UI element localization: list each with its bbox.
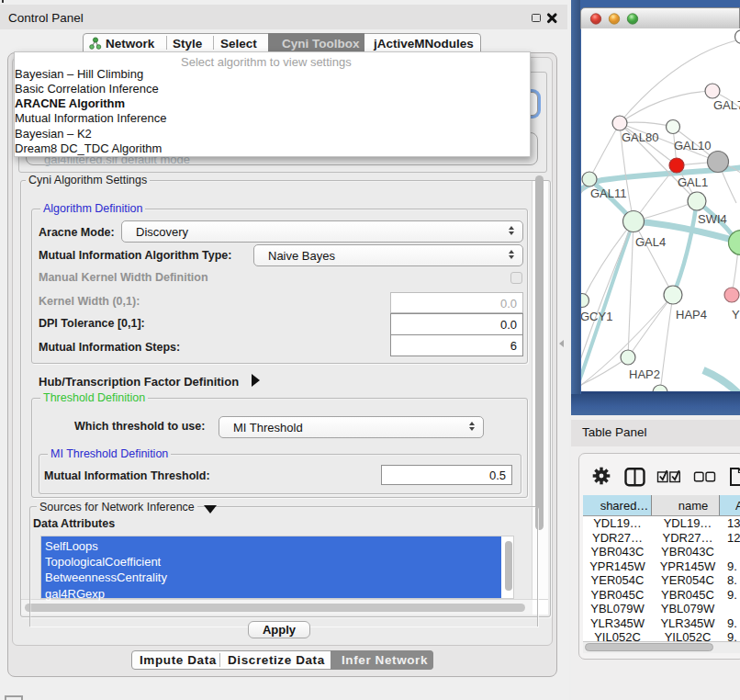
svg-text:GAL80: GAL80 xyxy=(622,130,658,144)
svg-text:HAP2: HAP2 xyxy=(629,367,660,381)
svg-text:GAL11: GAL11 xyxy=(590,186,627,200)
svg-text:GCY1: GCY1 xyxy=(581,310,612,323)
svg-text:GAL10: GAL10 xyxy=(674,139,711,152)
svg-text:GAL4: GAL4 xyxy=(635,235,666,249)
svg-text:Y: Y xyxy=(732,308,740,322)
svg-text:HAP4: HAP4 xyxy=(676,308,707,322)
svg-text:GAL1: GAL1 xyxy=(678,175,708,189)
svg-text:SWI4: SWI4 xyxy=(698,212,727,226)
svg-text:GAL7: GAL7 xyxy=(713,98,740,112)
